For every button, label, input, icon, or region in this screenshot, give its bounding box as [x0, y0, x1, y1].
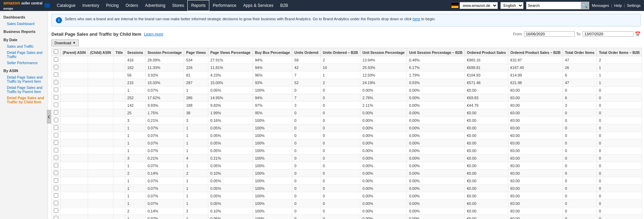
th-unit-session-pct-b2b[interactable]: Unit Session Percentage – B2B — [407, 48, 465, 56]
row-checkbox[interactable] — [54, 186, 58, 190]
search-input[interactable] — [526, 2, 581, 9]
cell-page-views-pct: 0.05% — [208, 192, 253, 200]
help-link[interactable]: Help — [614, 3, 622, 8]
th-parent-asin[interactable]: (Parent) ASIN — [61, 48, 88, 56]
cell-title — [113, 124, 125, 132]
row-checkbox[interactable] — [54, 125, 58, 130]
cell-ordered-product-sales: €699.81 — [465, 64, 508, 71]
cell-total-order-items-b2b: 0 — [597, 109, 642, 117]
cell-parent-asin — [61, 192, 88, 200]
row-checkbox[interactable] — [54, 140, 58, 145]
language-select[interactable]: English — [500, 2, 523, 9]
nav-apps-services[interactable]: Apps & Services — [240, 0, 277, 11]
cell-child-asin — [88, 102, 113, 109]
row-checkbox[interactable] — [54, 216, 58, 219]
row-checkbox-cell — [52, 139, 61, 147]
nav-performance[interactable]: Performance — [209, 0, 240, 11]
top-navigation: amazon seller centraleurope Catalogue In… — [0, 0, 644, 11]
row-checkbox[interactable] — [54, 88, 58, 92]
sidebar-item-detail-by-child[interactable]: Detail Page Sales and Traffic by Child I… — [0, 95, 48, 105]
th-units-ordered[interactable]: Units Ordered — [292, 48, 321, 56]
row-checkbox[interactable] — [54, 171, 58, 175]
sidebar-item-detail-by-parent-1[interactable]: Detail Page Sales and Traffic by Parent … — [0, 74, 48, 84]
sidebar-item-detail-by-parent-2[interactable]: Detail Page Sales and Traffic by Parent … — [0, 84, 48, 95]
cell-parent-asin — [61, 154, 88, 162]
nav-b2b[interactable]: B2B — [277, 0, 292, 11]
date-from-input[interactable] — [524, 31, 575, 37]
nav-advertising[interactable]: Advertising — [141, 0, 169, 11]
learn-more-link[interactable]: Learn more — [144, 32, 163, 36]
th-session-pct[interactable]: Session Percentage — [145, 48, 184, 56]
cell-total-order-items: 0 — [563, 185, 597, 192]
nav-orders[interactable]: Orders — [122, 0, 142, 11]
sidebar-item-seller-performance[interactable]: Seller Performance — [0, 60, 48, 66]
cell-page-views-pct: 0.05% — [208, 87, 253, 94]
th-ordered-product-sales-b2b[interactable]: Ordered Product Sales – B2B — [508, 48, 562, 56]
cell-sessions: 1 — [125, 162, 145, 170]
th-page-views-pct[interactable]: Page Views Percentage — [208, 48, 253, 56]
cell-sessions: 1 — [125, 200, 145, 207]
sidebar-item-detail-page-sales[interactable]: Detail Page Sales and Traffic — [0, 49, 48, 60]
cell-total-order-items-b2b: 0 — [597, 94, 642, 102]
cell-total-order-items: 47 — [563, 56, 597, 64]
row-checkbox[interactable] — [54, 65, 58, 69]
th-total-order-items[interactable]: Total Order Items — [563, 48, 597, 56]
sidebar-item-sales-traffic[interactable]: Sales and Traffic — [0, 43, 48, 49]
row-checkbox[interactable] — [54, 118, 58, 122]
select-all-checkbox[interactable] — [54, 49, 58, 54]
table-row: 1 0.07% 1 0.05% 100% 0 0 0.00% 0.00% €0.… — [52, 185, 642, 192]
row-checkbox[interactable] — [54, 163, 58, 168]
messages-link[interactable]: Messages — [592, 3, 609, 8]
row-checkbox[interactable] — [54, 72, 58, 77]
cell-unit-session-pct: 0.00% — [360, 124, 407, 132]
th-sessions[interactable]: Sessions — [125, 48, 145, 56]
th-page-views[interactable]: Page Views — [184, 48, 208, 56]
settings-link[interactable]: Settings — [627, 3, 641, 8]
row-checkbox[interactable] — [54, 57, 58, 62]
row-checkbox[interactable] — [54, 148, 58, 152]
cell-buy-box-pct: 100% — [253, 117, 292, 124]
nav-stores[interactable]: Stores — [169, 0, 188, 11]
cell-session-pct: 0.07% — [145, 124, 184, 132]
store-select[interactable]: www.amazon.de — [460, 2, 498, 9]
cell-buy-box-pct: 96% — [253, 71, 292, 79]
cell-unit-session-pct-b2b: 0.00% — [407, 117, 465, 124]
cell-buy-box-pct: 100% — [253, 162, 292, 170]
row-checkbox[interactable] — [54, 110, 58, 115]
th-ordered-product-sales[interactable]: Ordered Product Sales — [465, 48, 508, 56]
download-button[interactable]: Download ▼ — [51, 39, 79, 46]
cell-title — [113, 71, 125, 79]
sidebar-toggle[interactable]: ❮ — [47, 110, 51, 124]
date-to-input[interactable] — [583, 31, 633, 37]
cell-child-asin — [88, 124, 113, 132]
th-buy-box-pct[interactable]: Buy Box Percentage — [253, 48, 292, 56]
row-checkbox[interactable] — [54, 155, 58, 160]
nav-reports[interactable]: Reports — [187, 0, 209, 11]
th-child-asin[interactable]: (Child) ASIN — [88, 48, 113, 56]
cell-ordered-product-sales: €0.00 — [465, 132, 508, 139]
search-button[interactable]: 🔍 — [581, 2, 589, 9]
th-title[interactable]: Title — [113, 48, 125, 56]
nav-pricing[interactable]: Pricing — [103, 0, 122, 11]
cell-session-pct: 0.07% — [145, 177, 184, 185]
calendar-icon[interactable]: 📅 — [635, 31, 641, 37]
nav-catalogue[interactable]: Catalogue — [53, 0, 79, 11]
th-units-b2b[interactable]: Units Ordered – B2B — [321, 48, 360, 56]
sidebar-item-sales-dashboard[interactable]: Sales Dashboard — [0, 21, 48, 27]
row-checkbox[interactable] — [54, 80, 58, 84]
nav-inventory[interactable]: Inventory — [79, 0, 102, 11]
cell-units-b2b: 0 — [321, 170, 360, 177]
row-checkbox[interactable] — [54, 208, 58, 213]
th-unit-session-pct[interactable]: Unit Session Percentage — [360, 48, 407, 56]
row-checkbox[interactable] — [54, 201, 58, 205]
row-checkbox[interactable] — [54, 133, 58, 137]
row-checkbox[interactable] — [54, 193, 58, 198]
cell-unit-session-pct: 0.00% — [360, 147, 407, 154]
row-checkbox[interactable] — [54, 95, 58, 100]
cell-units-ordered: 0 — [292, 147, 321, 154]
row-checkbox[interactable] — [54, 178, 58, 183]
banner-here-link[interactable]: here — [413, 17, 420, 21]
row-checkbox[interactable] — [54, 103, 58, 107]
th-total-order-items-b2b[interactable]: Total Order Items – B2B — [597, 48, 642, 56]
cell-sessions: 1 — [125, 177, 145, 185]
